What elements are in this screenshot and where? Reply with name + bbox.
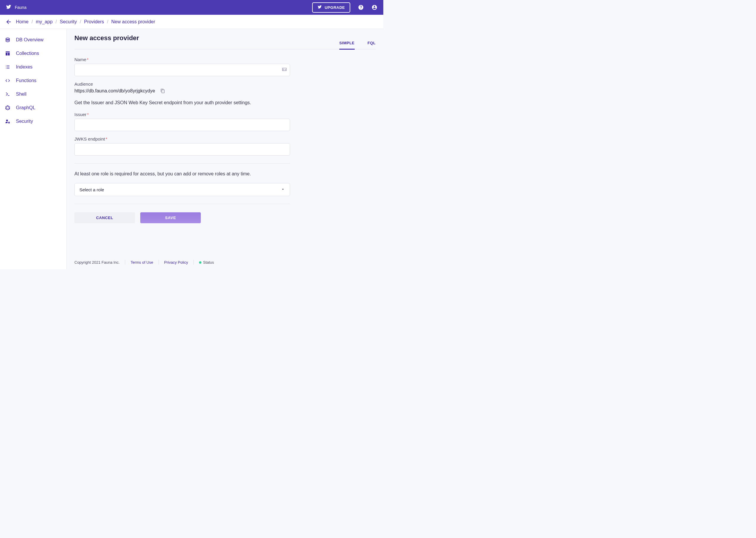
footer-sep — [159, 260, 159, 265]
section-divider — [75, 204, 290, 204]
table-icon — [5, 51, 11, 56]
sidebar-item-label: DB Overview — [16, 37, 43, 42]
save-button[interactable]: SAVE — [140, 212, 201, 223]
breadcrumb-home[interactable]: Home — [16, 19, 28, 25]
graphql-icon — [5, 105, 11, 110]
sidebar-item-label: Indexes — [16, 64, 32, 70]
footer: Copyright 2021 Fauna Inc. Terms of Use P… — [75, 255, 376, 269]
sidebar: DB Overview Collections Indexes Function… — [0, 29, 67, 269]
button-row: CANCEL SAVE — [75, 212, 290, 223]
status-dot-icon — [199, 261, 201, 264]
brand-bird-icon — [6, 4, 12, 11]
breadcrumb-security[interactable]: Security — [60, 19, 77, 25]
sidebar-item-security[interactable]: Security — [0, 115, 67, 128]
role-select[interactable]: Select a role — [75, 183, 290, 196]
footer-terms-link[interactable]: Terms of Use — [131, 260, 153, 265]
footer-copyright: Copyright 2021 Fauna Inc. — [75, 260, 120, 265]
jwks-label: JWKS endpoint* — [75, 136, 290, 141]
tab-simple[interactable]: SIMPLE — [339, 41, 354, 50]
breadcrumb-current[interactable]: New access provider — [111, 19, 155, 25]
breadcrumb-sep: / — [31, 19, 33, 25]
topbar: Fauna UPGRADE — [0, 0, 383, 15]
cancel-button[interactable]: CANCEL — [75, 212, 135, 223]
role-select-placeholder: Select a role — [80, 187, 104, 192]
upgrade-bird-icon — [317, 5, 322, 10]
sidebar-item-collections[interactable]: Collections — [0, 47, 67, 60]
breadcrumb-sep: / — [56, 19, 57, 25]
back-arrow-icon[interactable] — [5, 19, 12, 25]
brand-name: Fauna — [15, 5, 27, 10]
terminal-icon — [5, 91, 11, 97]
database-icon — [5, 37, 11, 42]
content-header: New access provider SIMPLE FQL — [75, 34, 376, 49]
upgrade-label: UPGRADE — [325, 5, 345, 10]
sidebar-item-label: Shell — [16, 91, 27, 97]
upgrade-button[interactable]: UPGRADE — [312, 2, 350, 13]
sidebar-item-label: Security — [16, 119, 33, 124]
sidebar-item-label: Functions — [16, 78, 36, 83]
issuer-input[interactable] — [75, 119, 290, 131]
breadcrumb: Home / my_app / Security / Providers / N… — [16, 19, 155, 25]
footer-sep — [193, 260, 194, 265]
footer-status[interactable]: Status — [199, 260, 214, 265]
footer-privacy-link[interactable]: Privacy Policy — [164, 260, 188, 265]
page-title: New access provider — [75, 34, 139, 42]
required-asterisk: * — [87, 112, 89, 117]
breadcrumb-bar: Home / my_app / Security / Providers / N… — [0, 15, 383, 29]
footer-sep — [125, 260, 125, 265]
code-icon — [5, 78, 11, 83]
user-lock-icon — [5, 119, 11, 124]
content: New access provider SIMPLE FQL Name* Aud… — [67, 29, 383, 269]
sidebar-item-indexes[interactable]: Indexes — [0, 60, 67, 74]
roles-helper-text: At least one role is required for access… — [75, 171, 290, 177]
form-area: Name* Audience https://db.fauna.com/db/y… — [75, 49, 290, 229]
audience-label: Audience — [75, 81, 290, 86]
account-icon[interactable] — [371, 4, 377, 10]
copy-icon[interactable] — [160, 88, 165, 93]
help-icon[interactable] — [358, 4, 364, 10]
chevron-down-icon — [281, 187, 285, 192]
sidebar-item-graphql[interactable]: GraphQL — [0, 101, 67, 115]
breadcrumb-app[interactable]: my_app — [36, 19, 53, 25]
sidebar-item-db-overview[interactable]: DB Overview — [0, 33, 67, 47]
brand-logo[interactable]: Fauna — [6, 4, 27, 11]
audience-value: https://db.fauna.com/db/yo8yrjgkcydye — [75, 88, 155, 94]
required-asterisk: * — [105, 136, 107, 141]
breadcrumb-sep: / — [80, 19, 81, 25]
sidebar-item-label: Collections — [16, 51, 39, 56]
breadcrumb-providers[interactable]: Providers — [84, 19, 104, 25]
section-divider — [75, 163, 290, 164]
sidebar-item-label: GraphQL — [16, 105, 35, 110]
name-label: Name* — [75, 57, 290, 62]
name-input[interactable] — [75, 64, 290, 76]
jwks-input[interactable] — [75, 143, 290, 156]
view-tabs: SIMPLE FQL — [339, 37, 376, 45]
audience-row: https://db.fauna.com/db/yo8yrjgkcydye — [75, 88, 290, 94]
list-icon — [5, 64, 11, 70]
id-card-icon — [282, 67, 287, 73]
tab-fql[interactable]: FQL — [368, 41, 376, 50]
sidebar-item-functions[interactable]: Functions — [0, 74, 67, 87]
issuer-helper-text: Get the Issuer and JSON Web Key Secret e… — [75, 100, 290, 105]
required-asterisk: * — [87, 57, 88, 62]
issuer-label: Issuer* — [75, 112, 290, 117]
breadcrumb-sep: / — [107, 19, 108, 25]
sidebar-item-shell[interactable]: Shell — [0, 87, 67, 101]
